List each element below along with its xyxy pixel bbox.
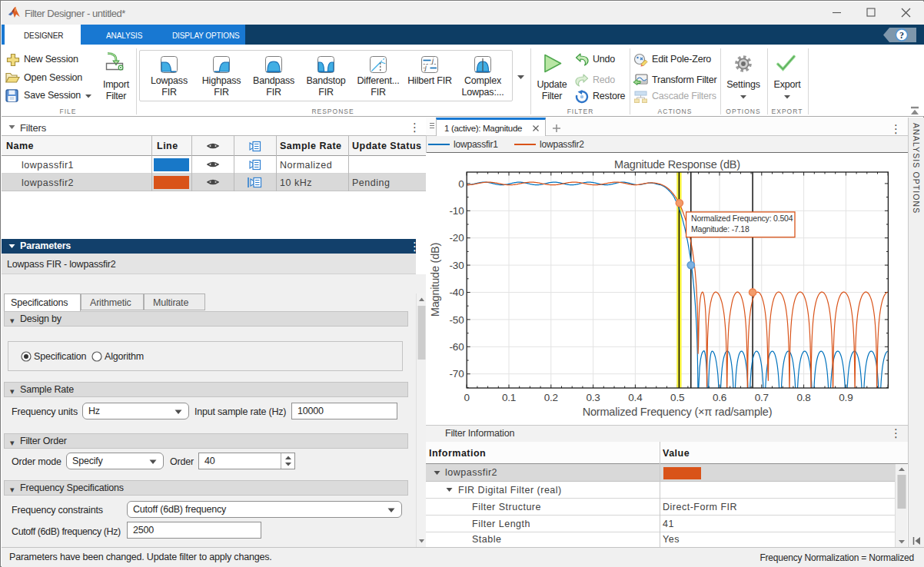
svg-text:?: ? xyxy=(899,30,904,41)
svg-text:Normalized Frequency: 0.504: Normalized Frequency: 0.504 xyxy=(691,214,793,223)
svg-text:0: 0 xyxy=(464,392,470,403)
svg-text:0.1: 0.1 xyxy=(502,392,516,403)
svg-text:-30: -30 xyxy=(450,260,464,271)
svg-text:0.2: 0.2 xyxy=(544,392,558,403)
svg-text:-50: -50 xyxy=(450,314,464,326)
svg-text:Magnitude Response (dB): Magnitude Response (dB) xyxy=(614,158,740,171)
svg-text:0: 0 xyxy=(458,178,464,190)
svg-text:0.4: 0.4 xyxy=(628,392,643,403)
svg-text:0.5: 0.5 xyxy=(670,392,684,403)
svg-text:0.7: 0.7 xyxy=(755,392,769,403)
svg-text:-60: -60 xyxy=(450,341,464,353)
svg-text:Normalized Frequency (×π rad/s: Normalized Frequency (×π rad/sample) xyxy=(583,406,773,418)
svg-text:0.8: 0.8 xyxy=(797,392,811,403)
svg-text:Magnitude (dB): Magnitude (dB) xyxy=(429,243,441,317)
svg-text:0.6: 0.6 xyxy=(713,392,726,403)
svg-text:-20: -20 xyxy=(450,232,464,244)
svg-text:0.3: 0.3 xyxy=(587,392,600,403)
svg-text:Magnitude: -7.18: Magnitude: -7.18 xyxy=(691,224,750,234)
svg-text:-10: -10 xyxy=(450,205,464,217)
svg-text:0.9: 0.9 xyxy=(839,392,853,403)
svg-text:-70: -70 xyxy=(450,368,464,380)
svg-text:-40: -40 xyxy=(450,287,464,298)
